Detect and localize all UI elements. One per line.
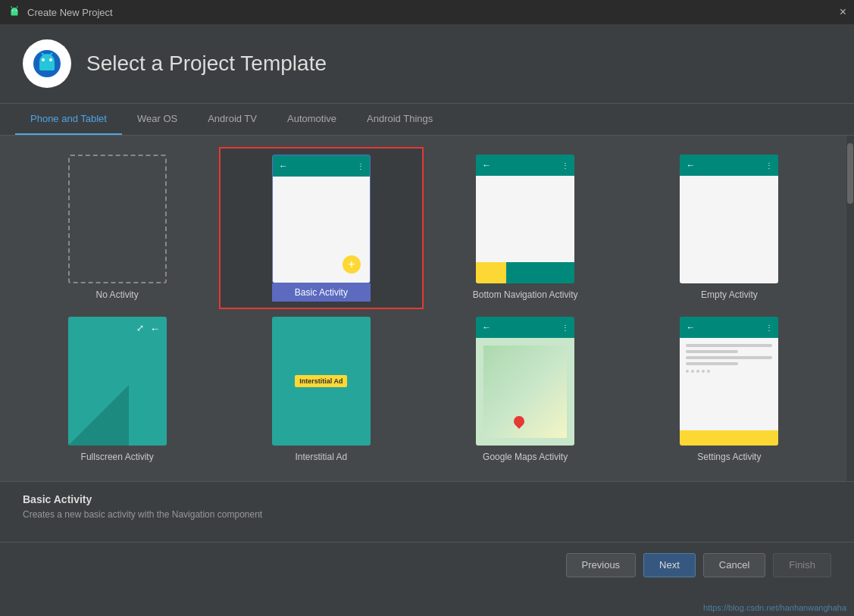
basic-activity-body: +: [273, 177, 370, 283]
svg-line-3: [17, 7, 18, 8]
svg-rect-1: [11, 11, 18, 16]
templates-grid: No Activity ← ⋮ + Basic Activity: [0, 136, 846, 481]
info-title: Basic Activity: [23, 493, 831, 505]
svg-point-10: [42, 58, 45, 61]
interstitial-card: Interstitial Ad: [272, 317, 371, 446]
info-section: Basic Activity Creates a new basic activ…: [0, 481, 854, 542]
fullscreen-icon: ←: [150, 323, 161, 335]
empty-activity-header: ← ⋮: [680, 155, 778, 176]
settings-line-3: [686, 356, 772, 359]
tab-wear-os[interactable]: Wear OS: [122, 104, 192, 135]
svg-point-4: [12, 10, 14, 11]
empty-activity-label: Empty Activity: [701, 289, 758, 300]
basic-activity-card: ← ⋮ +: [272, 155, 371, 283]
fab-icon: +: [343, 255, 361, 274]
back-icon-4: ←: [482, 322, 491, 333]
settings-card: ← ⋮: [680, 317, 778, 446]
bottom-nav-card: ← ⋮: [476, 155, 574, 283]
fullscreen-label: Fullscreen Activity: [81, 452, 154, 462]
dots-icon-5: ⋮: [765, 324, 772, 332]
scrollbar-thumb: [847, 143, 853, 204]
bottom-nav-label: Bottom Navigation Activity: [473, 289, 578, 300]
title-bar: Create New Project ×: [0, 0, 854, 24]
dots-icon-3: ⋮: [765, 161, 772, 170]
back-icon-3: ←: [686, 160, 695, 170]
fullscreen-card: ← ⤢: [68, 317, 167, 446]
template-basic-activity[interactable]: ← ⋮ + Basic Activity: [219, 147, 423, 309]
svg-rect-9: [39, 61, 55, 70]
maps-header: ← ⋮: [476, 317, 574, 338]
settings-footer: [680, 430, 778, 446]
template-empty-activity[interactable]: ← ⋮ Empty Activity: [627, 147, 831, 309]
settings-dots: [686, 370, 772, 373]
interstitial-body: Interstitial Ad: [272, 317, 371, 446]
header-logo: [23, 39, 71, 88]
bottom-nav-bar: [476, 262, 574, 283]
android-studio-icon: [28, 45, 66, 83]
settings-body: [680, 338, 778, 430]
fullscreen-diagonal: [68, 385, 129, 446]
basic-activity-wrapper: ← ⋮ + Basic Activity: [272, 155, 371, 302]
template-settings[interactable]: ← ⋮ Settin: [627, 309, 831, 470]
settings-line-2: [686, 350, 737, 353]
tab-android-tv[interactable]: Android TV: [192, 104, 272, 135]
maps-card: ← ⋮: [476, 317, 574, 446]
no-activity-label: No Activity: [96, 289, 139, 300]
title-bar-left: Create New Project: [8, 5, 113, 19]
back-icon-2: ←: [482, 160, 491, 170]
template-maps[interactable]: ← ⋮ Google Maps Activity: [424, 309, 627, 470]
svg-line-2: [11, 7, 13, 8]
bottom-nav-header: ← ⋮: [476, 155, 574, 176]
empty-activity-body: [680, 176, 778, 283]
map-body: [476, 338, 574, 446]
android-logo-icon: [8, 5, 21, 19]
settings-header: ← ⋮: [680, 317, 778, 338]
template-bottom-nav[interactable]: ← ⋮ Bottom Navigation Activity: [424, 147, 627, 309]
settings-line-1: [686, 344, 772, 347]
back-icon-5: ←: [686, 322, 695, 333]
info-description: Creates a new basic activity with the Na…: [23, 509, 831, 520]
bottom-nav-yellow: [476, 262, 506, 283]
template-fullscreen[interactable]: ← ⤢ Fullscreen Activity: [15, 309, 219, 470]
title-bar-text: Create New Project: [27, 7, 113, 18]
tab-automotive[interactable]: Automotive: [272, 104, 352, 135]
svg-point-11: [49, 58, 52, 61]
header: Select a Project Template: [0, 24, 854, 104]
settings-label: Settings Activity: [697, 452, 761, 462]
cancel-button[interactable]: Cancel: [703, 553, 765, 577]
templates-area: No Activity ← ⋮ + Basic Activity: [0, 136, 854, 481]
dots-icon: ⋮: [357, 162, 364, 170]
template-interstitial[interactable]: Interstitial Ad Interstitial Ad: [219, 309, 423, 470]
tab-android-things[interactable]: Android Things: [352, 104, 448, 135]
scrollbar[interactable]: [846, 136, 854, 481]
no-activity-card: [68, 155, 167, 283]
dots-icon-4: ⋮: [562, 324, 568, 332]
close-icon[interactable]: ×: [840, 5, 846, 19]
finish-button[interactable]: Finish: [773, 553, 831, 577]
next-button[interactable]: Next: [643, 553, 696, 577]
watermark: https://blog.csdn.net/hanhanwanghaha: [703, 603, 846, 612]
maps-label: Google Maps Activity: [483, 452, 568, 462]
interstitial-badge: Interstitial Ad: [295, 375, 347, 387]
dots-icon-2: ⋮: [562, 161, 568, 170]
basic-activity-header: ← ⋮: [273, 155, 370, 177]
tabs-container: Phone and Tablet Wear OS Android TV Auto…: [0, 104, 854, 136]
tab-phone-tablet[interactable]: Phone and Tablet: [15, 104, 122, 135]
empty-activity-card: ← ⋮: [680, 155, 778, 283]
basic-activity-label: Basic Activity: [272, 283, 371, 302]
settings-line-4: [686, 362, 737, 365]
interstitial-label: Interstitial Ad: [296, 452, 348, 462]
previous-button[interactable]: Previous: [566, 553, 637, 577]
footer: Previous Next Cancel Finish: [0, 542, 854, 587]
bottom-nav-body: [476, 176, 574, 262]
header-title: Select a Project Template: [86, 52, 327, 76]
svg-point-5: [16, 10, 17, 11]
expand-icon: ⤢: [136, 323, 144, 333]
back-icon: ←: [279, 161, 288, 171]
template-no-activity[interactable]: No Activity: [15, 147, 219, 309]
